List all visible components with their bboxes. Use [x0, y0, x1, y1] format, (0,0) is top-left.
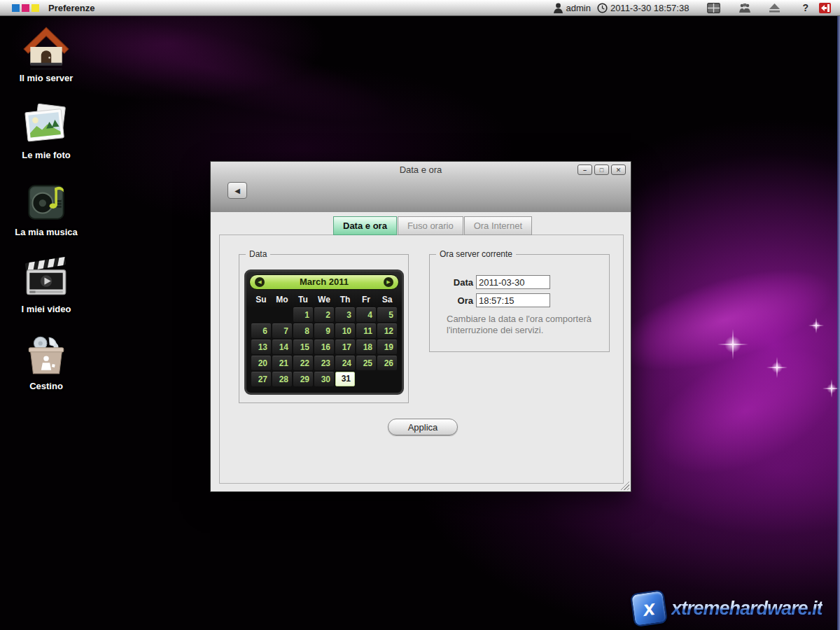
user-icon: [554, 3, 563, 13]
connected-users-button[interactable]: [738, 4, 751, 13]
calendar-day[interactable]: 23: [314, 356, 334, 370]
back-button[interactable]: ◀: [227, 182, 247, 199]
close-button[interactable]: ✕: [611, 164, 626, 175]
date-time-window: Data e ora – □ ✕ ◀ Data e ora Fuso orari…: [210, 161, 631, 492]
brand-dot-magenta: [22, 4, 29, 12]
calendar-day[interactable]: 20: [251, 356, 271, 370]
calendar-day[interactable]: 15: [293, 340, 313, 354]
clock-icon: [597, 3, 608, 13]
time-field[interactable]: [476, 293, 550, 307]
calendar-day-header: Tu: [293, 293, 313, 306]
calendar-prev-button[interactable]: ◀: [255, 277, 265, 287]
brand-dot-blue: [12, 4, 20, 12]
calendar-day[interactable]: 26: [377, 356, 397, 370]
calendar-day[interactable]: 27: [251, 372, 271, 386]
server-time-note: Cambiare la data e l'ora comporterà l'in…: [447, 314, 612, 337]
calendar-day[interactable]: 12: [377, 323, 397, 338]
menubar: Preferenze admin 2011-3-30 18:57:38: [0, 0, 840, 16]
logout-button[interactable]: [819, 3, 831, 13]
calendar-day[interactable]: 13: [251, 340, 271, 354]
watermark-logo: x: [630, 589, 668, 627]
calendar-day[interactable]: 29: [293, 372, 313, 386]
user-menu[interactable]: admin: [554, 3, 590, 13]
desktop-shortcut-label: Cestino: [29, 381, 63, 391]
maximize-button[interactable]: □: [594, 164, 609, 175]
calendar-day[interactable]: 24: [335, 356, 355, 370]
window-controls: – □ ✕: [578, 164, 626, 175]
apply-button[interactable]: Applica: [388, 419, 458, 435]
minimize-button[interactable]: –: [578, 164, 592, 175]
menubar-title: Preferenze: [48, 3, 94, 13]
calendar-day[interactable]: 8: [293, 323, 313, 338]
sparkle: [766, 357, 788, 378]
desktop-shortcut-my-music[interactable]: La mia musica: [8, 177, 84, 254]
calendar-day[interactable]: 30: [314, 372, 334, 386]
calendar-day[interactable]: 4: [356, 307, 376, 322]
close-icon: ✕: [616, 167, 622, 174]
date-field-label: Data: [430, 277, 473, 288]
calendar-day[interactable]: 25: [356, 356, 376, 370]
menubar-brand-dots: [12, 4, 39, 12]
calendar-day[interactable]: 16: [314, 340, 334, 354]
desktop-icon-column: Il mio server Le mie foto: [8, 23, 84, 408]
calendar-day[interactable]: 19: [377, 340, 397, 354]
calendar-day-header: We: [314, 293, 334, 306]
calendar-day[interactable]: 5: [377, 307, 397, 322]
calendar-day[interactable]: 10: [335, 323, 355, 338]
tab-timezone[interactable]: Fuso orario: [398, 216, 463, 235]
calendar-day[interactable]: 2: [314, 307, 334, 322]
calendar-next-button[interactable]: ▶: [384, 277, 393, 287]
date-fieldset-legend: Data: [246, 249, 270, 259]
tab-internet-time[interactable]: Ora Internet: [464, 216, 532, 235]
window-body: Data e ora Fuso orario Ora Internet Data…: [211, 212, 631, 491]
calendar-day-header: Mo: [272, 293, 292, 306]
calendar-day[interactable]: 9: [314, 323, 334, 338]
calendar-day[interactable]: 18: [356, 340, 376, 354]
calendar-header: ◀ March 2011 ▶: [249, 274, 399, 290]
desktop-shortcut-label: Il mio server: [20, 73, 74, 83]
watermark: x xtremehardware.it: [632, 588, 836, 629]
calendar-day[interactable]: 1: [293, 307, 313, 322]
window-header[interactable]: Data e ora – □ ✕ ◀: [211, 162, 631, 213]
home-icon: [23, 23, 69, 72]
calendar-grid: 1234567891011121314151617181920212223242…: [251, 307, 397, 386]
clock-display: 2011-3-30 18:57:38: [597, 3, 690, 13]
desktop-shortcut-my-videos[interactable]: I miei video: [8, 254, 84, 331]
calendar-empty-cell: [377, 372, 397, 386]
screen-edge-stripe: [837, 15, 840, 630]
tab-bar: Data e ora Fuso orario Ora Internet: [333, 216, 533, 235]
desktop-shortcut-my-server[interactable]: Il mio server: [8, 23, 84, 100]
calendar-day-header: Sa: [377, 293, 397, 306]
window-title: Data e ora: [211, 164, 631, 175]
calendar-day[interactable]: 14: [272, 340, 292, 354]
eject-button[interactable]: [769, 4, 780, 13]
desktop-shortcut-trash[interactable]: Cestino: [8, 331, 84, 408]
logout-icon: [819, 3, 831, 13]
calendar-day[interactable]: 7: [272, 323, 292, 338]
date-field[interactable]: [476, 275, 550, 289]
date-fieldset: Data ◀ March 2011 ▶ SuMoTuWeThFrSa 12345…: [239, 254, 409, 403]
desktop-shortcut-label: La mia musica: [15, 227, 78, 237]
server-time-fieldset: Ora server corrente Data Ora Cambiare la…: [429, 254, 610, 352]
sparkle: [808, 318, 824, 333]
users-icon: [738, 4, 751, 13]
minimize-icon: –: [583, 167, 587, 174]
calendar-day[interactable]: 6: [251, 323, 271, 338]
calendar-day[interactable]: 11: [356, 323, 376, 338]
calendar-day[interactable]: 31: [335, 372, 355, 386]
tab-date-time[interactable]: Data e ora: [333, 216, 397, 235]
help-button[interactable]: ?: [798, 2, 813, 13]
back-icon: ◀: [234, 187, 240, 195]
calendar-day[interactable]: 17: [335, 340, 355, 354]
calendar-empty-cell: [356, 372, 376, 386]
user-name: admin: [566, 3, 590, 13]
calendar-day[interactable]: 22: [293, 356, 313, 370]
menubar-datetime: 2011-3-30 18:57:38: [610, 3, 690, 13]
desktop-shortcut-my-photos[interactable]: Le mie foto: [8, 100, 84, 177]
calendar-day[interactable]: 21: [272, 356, 292, 370]
menubar-right: admin 2011-3-30 18:57:38: [554, 2, 831, 13]
calendar-day[interactable]: 28: [272, 372, 292, 386]
maximize-icon: □: [600, 167, 603, 174]
pilot-view-button[interactable]: [707, 3, 720, 13]
calendar-day[interactable]: 3: [335, 307, 355, 322]
